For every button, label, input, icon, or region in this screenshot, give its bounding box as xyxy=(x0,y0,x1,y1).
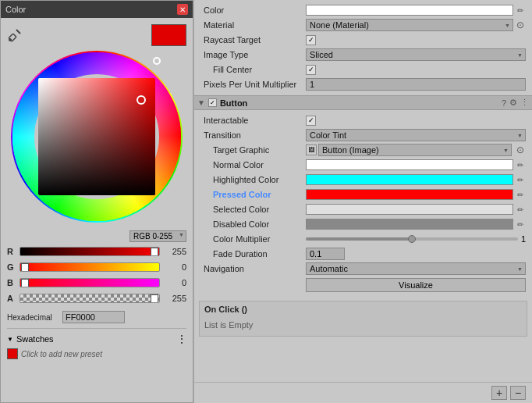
eyedropper-icon[interactable] xyxy=(7,27,23,43)
interactable-checkbox[interactable]: ✓ xyxy=(306,116,316,126)
r-value: 255 xyxy=(163,247,186,256)
raycast-label: Raycast Target xyxy=(200,35,306,45)
target-graphic-target-icon[interactable]: ⊙ xyxy=(515,144,526,155)
section-icons: ? ⚙ ⋮ xyxy=(502,98,529,108)
close-button[interactable]: ✕ xyxy=(177,4,188,15)
swatches-header[interactable]: ▼ Swatches ⋮ xyxy=(7,332,186,346)
disabled-color-label: Disabled Color xyxy=(200,219,306,229)
gradient-cursor[interactable] xyxy=(137,95,146,105)
r-slider-row: R 255 xyxy=(7,247,186,256)
raycast-checkbox[interactable]: ✓ xyxy=(306,35,316,45)
selected-color-edit-icon[interactable]: ✏ xyxy=(515,204,526,215)
right-panel: Color ✏ Material None (Material) ⊙ Rayca… xyxy=(193,0,532,403)
color-multiplier-thumb[interactable] xyxy=(408,235,416,243)
disabled-color-bar[interactable] xyxy=(306,219,513,230)
g-slider-track[interactable] xyxy=(20,262,160,272)
material-target-icon[interactable]: ⊙ xyxy=(515,20,526,30)
color-value: ✏ xyxy=(306,5,526,16)
color-bar-color[interactable] xyxy=(306,5,513,16)
pixels-input[interactable] xyxy=(306,78,526,91)
target-graphic-dropdown-wrapper: Button (Image) xyxy=(318,144,512,156)
swatch-add-text[interactable]: Click to add new preset xyxy=(21,350,102,358)
button-section-title: Button xyxy=(220,98,498,108)
g-label: G xyxy=(7,262,16,272)
section-help-icon[interactable]: ? xyxy=(502,98,506,108)
r-slider-thumb[interactable] xyxy=(151,248,158,256)
wheel-cursor[interactable] xyxy=(153,57,161,65)
b-label: B xyxy=(7,278,16,287)
transition-dropdown-wrapper: Color Tint Sprite Swap Animation None xyxy=(306,129,526,141)
b-slider-track[interactable] xyxy=(20,278,160,287)
color-multiplier-slider-row: 1 xyxy=(306,234,526,244)
color-panel: Color ✕ RGB xyxy=(0,0,193,403)
fill-center-value: ✓ xyxy=(306,65,526,75)
material-select[interactable]: None (Material) xyxy=(306,19,513,31)
list-empty-text: List is Empty xyxy=(204,317,522,333)
color-edit-icon[interactable]: ✏ xyxy=(515,5,526,16)
visualize-prop-row: Visualize xyxy=(200,276,526,294)
image-type-dropdown-wrapper: Sliced Simple Tiled Filled xyxy=(306,48,526,61)
navigation-select[interactable]: Automatic Explicit Horizontal Vertical N… xyxy=(306,262,526,275)
b-slider-row: B 0 xyxy=(7,278,186,287)
color-tools-row xyxy=(7,24,186,46)
normal-color-edit-icon[interactable]: ✏ xyxy=(515,159,526,170)
a-slider-thumb[interactable] xyxy=(151,294,158,303)
color-multiplier-value: 1 xyxy=(306,234,526,244)
a-slider-track[interactable] xyxy=(20,294,160,303)
disabled-color-edit-icon[interactable]: ✏ xyxy=(515,219,526,230)
swatches-section: ▼ Swatches ⋮ Click to add new preset xyxy=(7,328,186,359)
highlighted-color-bar[interactable] xyxy=(306,174,513,185)
swatches-menu-icon[interactable]: ⋮ xyxy=(177,333,186,344)
a-label: A xyxy=(7,294,16,303)
color-preview-box xyxy=(151,24,186,46)
interactable-value: ✓ xyxy=(306,116,526,126)
remove-button[interactable]: − xyxy=(510,386,526,400)
gradient-box[interactable] xyxy=(38,78,155,195)
selected-color-bar[interactable] xyxy=(306,204,513,215)
disabled-color-prop-row: Disabled Color ✏ xyxy=(200,217,526,231)
pressed-color-value: ✏ xyxy=(306,189,526,200)
color-mode-select[interactable]: RGB 0-255 RGB 0-1 HSV xyxy=(129,230,186,242)
b-slider-thumb[interactable] xyxy=(21,279,29,287)
swatch-add-row: Click to add new preset xyxy=(7,348,186,359)
svg-line-0 xyxy=(16,30,20,34)
material-dropdown-wrapper: None (Material) xyxy=(306,19,513,31)
fade-duration-label: Fade Duration xyxy=(200,249,306,259)
selected-color-value: ✏ xyxy=(306,204,526,215)
image-type-select[interactable]: Sliced Simple Tiled Filled xyxy=(306,48,526,61)
color-multiplier-prop-row: Color Multiplier 1 xyxy=(200,232,526,246)
normal-color-label: Normal Color xyxy=(200,160,306,169)
normal-color-prop-row: Normal Color ✏ xyxy=(200,158,526,172)
target-graphic-select[interactable]: Button (Image) xyxy=(318,144,512,156)
image-type-value: Sliced Simple Tiled Filled xyxy=(306,48,526,61)
fill-center-checkbox[interactable]: ✓ xyxy=(306,65,316,75)
color-panel-body: RGB 0-255 RGB 0-1 HSV ▼ R 255 G 0 xyxy=(1,18,193,402)
pixels-value xyxy=(306,78,526,91)
visualize-button[interactable]: Visualize xyxy=(306,278,526,292)
hex-input[interactable] xyxy=(62,311,125,323)
color-picker-area[interactable] xyxy=(11,51,183,223)
color-multiplier-slider[interactable] xyxy=(306,237,518,241)
navigation-prop-row: Navigation Automatic Explicit Horizontal… xyxy=(200,262,526,276)
on-click-section: On Click () List is Empty xyxy=(199,301,527,337)
normal-color-bar[interactable] xyxy=(306,159,513,170)
selected-color-label: Selected Color xyxy=(200,205,306,214)
section-settings-icon[interactable]: ⚙ xyxy=(509,98,517,108)
transition-prop-row: Transition Color Tint Sprite Swap Animat… xyxy=(200,128,526,142)
r-slider-track[interactable] xyxy=(20,247,160,256)
section-menu-icon[interactable]: ⋮ xyxy=(520,98,529,108)
g-slider-row: G 0 xyxy=(7,262,186,272)
a-slider-row: A 255 xyxy=(7,294,186,303)
add-button[interactable]: + xyxy=(491,386,507,400)
highlighted-color-edit-icon[interactable]: ✏ xyxy=(515,174,526,185)
fade-duration-input[interactable] xyxy=(306,248,345,260)
pressed-color-bar[interactable] xyxy=(306,189,513,200)
g-slider-thumb[interactable] xyxy=(21,263,29,272)
pressed-color-edit-icon[interactable]: ✏ xyxy=(515,189,526,200)
on-click-header: On Click () xyxy=(204,305,522,314)
fade-duration-prop-row: Fade Duration xyxy=(200,247,526,261)
material-label: Material xyxy=(200,20,306,30)
button-collapse-icon[interactable]: ▼ xyxy=(197,98,205,107)
button-enable-checkbox[interactable]: ✓ xyxy=(208,98,217,107)
transition-select[interactable]: Color Tint Sprite Swap Animation None xyxy=(306,129,526,141)
